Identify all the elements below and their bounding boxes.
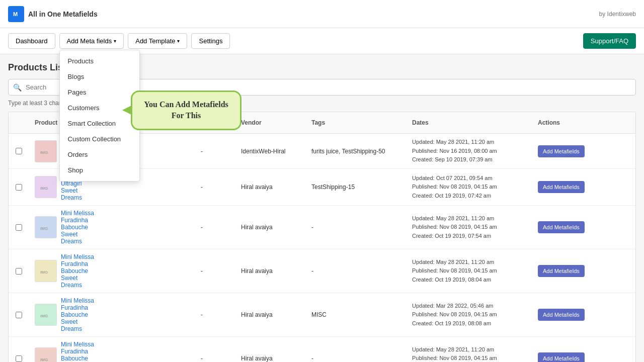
row-filter-4 <box>104 267 195 275</box>
row-actions-4: Add Metafields <box>532 261 597 281</box>
app-attribution: by Identixweb <box>599 11 636 18</box>
row-product-3: IMG Mini Melissa Furadinha Babouche Swee… <box>29 206 104 249</box>
checkbox-2[interactable] <box>16 184 22 191</box>
date-updated-2: Updated: Oct 07 2021, 09:54 am <box>412 174 526 183</box>
product-image-2: IMG <box>35 176 57 198</box>
date-created-5: Created: Oct 19 2019, 08:08 am <box>412 319 526 328</box>
date-published-1: Published: Nov 16 2019, 08:00 am <box>412 147 526 156</box>
add-metafields-button-5[interactable]: Add Metafields <box>538 309 585 321</box>
product-link-5[interactable]: Mini Melissa Furadinha Babouche Sweet Dr… <box>61 297 98 332</box>
add-template-button[interactable]: Add Template ▾ <box>128 33 187 49</box>
col-dates: Dates <box>406 116 532 129</box>
dropdown-item-orders[interactable]: Orders <box>60 147 139 162</box>
date-published-5: Published: Nov 08 2019, 04:15 am <box>412 310 526 319</box>
svg-text:IMG: IMG <box>40 150 48 155</box>
add-meta-button[interactable]: Add Meta fields ▾ <box>59 33 124 49</box>
date-published-6: Published: Nov 08 2019, 04:15 am <box>412 354 526 362</box>
date-updated-4: Updated: May 28 2021, 11:20 am <box>412 258 526 267</box>
checkbox-6[interactable] <box>16 355 22 362</box>
row-vendor-6: Hiral avaiya <box>235 351 305 362</box>
dropdown-item-products[interactable]: Products <box>60 53 139 69</box>
dropdown-item-blogs[interactable]: Blogs <box>60 69 139 84</box>
checkbox-5[interactable] <box>16 312 22 318</box>
row-actions-2: Add Metafields <box>532 177 597 197</box>
support-button[interactable]: Support/FAQ <box>583 33 636 49</box>
row-vendor-2: Hiral avaiya <box>235 179 305 195</box>
date-created-3: Created: Oct 19 2019, 07:54 am <box>412 232 526 241</box>
row-actions-1: Add Metafields <box>532 141 597 161</box>
row-checkbox-6[interactable] <box>9 351 29 363</box>
checkbox-4[interactable] <box>16 268 22 275</box>
date-published-2: Published: Nov 08 2019, 04:15 am <box>412 183 526 192</box>
dropdown-item-smart-collection[interactable]: Smart Collection <box>60 116 139 131</box>
row-type-4: - <box>195 263 235 279</box>
checkbox-3[interactable] <box>16 224 22 231</box>
chevron-down-icon: ▾ <box>114 38 116 44</box>
row-dates-2: Updated: Oct 07 2021, 09:54 am Published… <box>406 170 532 205</box>
app-icon: M <box>8 6 24 22</box>
col-tags: Tags <box>305 116 406 129</box>
row-dates-3: Updated: May 28 2021, 11:20 am Published… <box>406 210 532 245</box>
row-type-2: - <box>195 179 235 195</box>
row-product-5: IMG Mini Melissa Furadinha Babouche Swee… <box>29 293 104 336</box>
row-type-3: - <box>195 220 235 235</box>
row-checkbox-5[interactable] <box>9 308 29 322</box>
svg-text:IMG: IMG <box>40 270 48 275</box>
add-meta-dropdown-wrapper: Add Meta fields ▾ ProductsBlogsPagesCust… <box>59 33 124 49</box>
product-link-4[interactable]: Mini Melissa Furadinha Babouche Sweet Dr… <box>61 253 98 289</box>
add-meta-dropdown-menu: ProductsBlogsPagesCustomersSmart Collect… <box>59 50 140 182</box>
row-checkbox-4[interactable] <box>9 264 29 279</box>
row-dates-1: Updated: May 28 2021, 11:20 am Published… <box>406 134 532 168</box>
row-type-6: - <box>195 351 235 362</box>
checkbox-1[interactable] <box>16 148 22 154</box>
row-tags-6: - <box>305 351 406 362</box>
settings-button[interactable]: Settings <box>191 33 230 49</box>
search-icon: 🔍 <box>13 83 22 92</box>
row-type-5: - <box>195 307 235 322</box>
table-row: IMG Mini Melissa Furadinha Babouche Swee… <box>9 249 635 293</box>
row-actions-5: Add Metafields <box>532 305 597 325</box>
product-image-6: IMG <box>35 347 57 362</box>
row-tags-4: - <box>305 263 406 279</box>
date-updated-5: Updated: Mar 28 2022, 05:46 am <box>412 302 526 311</box>
add-metafields-button-1[interactable]: Add Metafields <box>538 145 585 157</box>
date-created-2: Created: Oct 19 2019, 07:42 am <box>412 192 526 201</box>
dropdown-item-custom-collection[interactable]: Custom Collection <box>60 131 139 147</box>
add-metafields-button-6[interactable]: Add Metafields <box>538 352 585 362</box>
table-row: IMG Mini Melissa Furadinha Babouche Swee… <box>9 337 635 362</box>
app-branding: M All in One Metafields <box>8 6 98 22</box>
dashboard-button[interactable]: Dashboard <box>8 33 55 49</box>
product-image-5: IMG <box>35 304 57 326</box>
product-link-3[interactable]: Mini Melissa Furadinha Babouche Sweet Dr… <box>61 210 98 245</box>
date-published-3: Published: Nov 08 2019, 04:15 am <box>412 223 526 232</box>
product-image-1: IMG <box>35 140 57 162</box>
row-product-4: IMG Mini Melissa Furadinha Babouche Swee… <box>29 249 104 293</box>
row-filter-2 <box>104 183 195 191</box>
date-updated-6: Updated: May 28 2021, 11:20 am <box>412 345 526 354</box>
dropdown-item-shop[interactable]: Shop <box>60 162 139 178</box>
row-dates-6: Updated: May 28 2021, 11:20 am Published… <box>406 341 532 362</box>
svg-text:M: M <box>13 11 18 17</box>
add-metafields-button-4[interactable]: Add Metafields <box>538 265 585 277</box>
date-updated-1: Updated: May 28 2021, 11:20 am <box>412 138 526 147</box>
row-product-6: IMG Mini Melissa Furadinha Babouche Swee… <box>29 337 104 362</box>
add-template-label: Add Template <box>135 37 175 45</box>
product-link-6[interactable]: Mini Melissa Furadinha Babouche Sweet Dr… <box>61 341 98 362</box>
add-meta-label: Add Meta fields <box>67 37 112 45</box>
svg-text:IMG: IMG <box>40 357 48 362</box>
row-checkbox-3[interactable] <box>9 220 29 235</box>
svg-text:IMG: IMG <box>40 314 48 318</box>
col-actions: Actions <box>532 116 597 129</box>
row-checkbox-1[interactable] <box>9 144 29 158</box>
row-type-1: - <box>195 144 235 159</box>
row-vendor-5: Hiral avaiya <box>235 307 305 322</box>
row-filter-3 <box>104 223 195 231</box>
add-metafields-button-2[interactable]: Add Metafields <box>538 181 585 193</box>
svg-text:IMG: IMG <box>40 226 48 231</box>
col-checkbox <box>9 116 29 129</box>
date-created-4: Created: Oct 19 2019, 08:04 am <box>412 276 526 285</box>
row-checkbox-2[interactable] <box>9 180 29 195</box>
row-tags-5: MISC <box>305 307 406 322</box>
add-metafields-button-3[interactable]: Add Metafields <box>538 221 585 233</box>
dropdown-item-pages[interactable]: Pages <box>60 84 139 100</box>
